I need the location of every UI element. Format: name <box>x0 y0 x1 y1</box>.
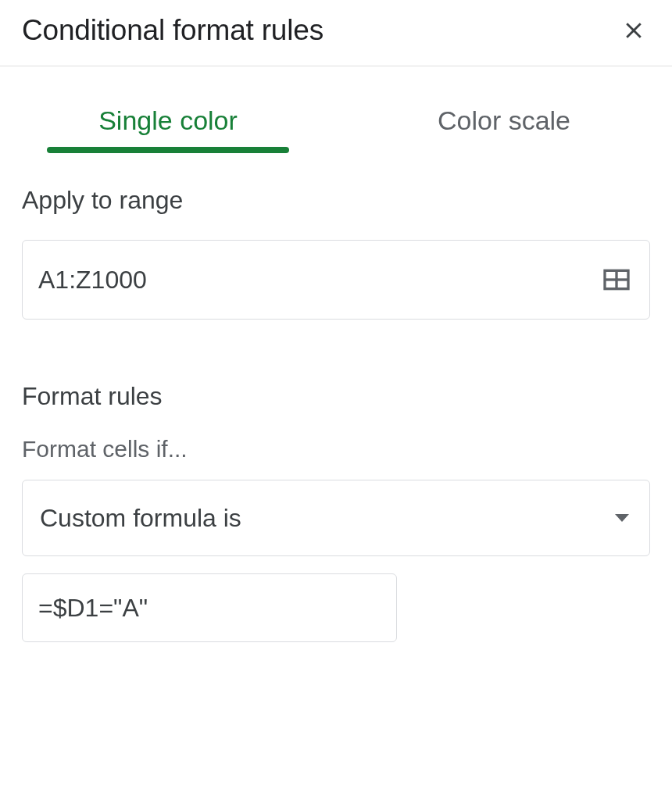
range-input-container <box>22 240 650 320</box>
close-icon <box>622 19 645 42</box>
close-button[interactable] <box>617 14 650 47</box>
chevron-down-icon <box>615 514 629 522</box>
tab-color-scale-label: Color scale <box>438 105 570 135</box>
tabs: Single color Color scale <box>0 66 672 148</box>
condition-select-value: Custom formula is <box>40 504 241 533</box>
panel-content: Apply to range Format rules Format cells… <box>0 148 672 642</box>
tab-active-underline <box>47 147 289 153</box>
panel-title: Conditional format rules <box>22 14 323 47</box>
condition-select[interactable]: Custom formula is <box>22 480 650 556</box>
tab-color-scale[interactable]: Color scale <box>336 91 672 148</box>
tab-single-color[interactable]: Single color <box>0 91 336 148</box>
tab-single-color-label: Single color <box>98 105 238 135</box>
formula-input-container <box>22 573 397 642</box>
range-input[interactable] <box>38 266 598 295</box>
format-rules-label: Format rules <box>22 382 650 411</box>
apply-to-range-label: Apply to range <box>22 186 650 215</box>
select-range-button[interactable] <box>598 261 635 298</box>
panel-header: Conditional format rules <box>0 0 672 66</box>
grid-icon <box>601 264 632 295</box>
formula-input[interactable] <box>38 594 381 623</box>
format-cells-if-label: Format cells if... <box>22 436 650 462</box>
